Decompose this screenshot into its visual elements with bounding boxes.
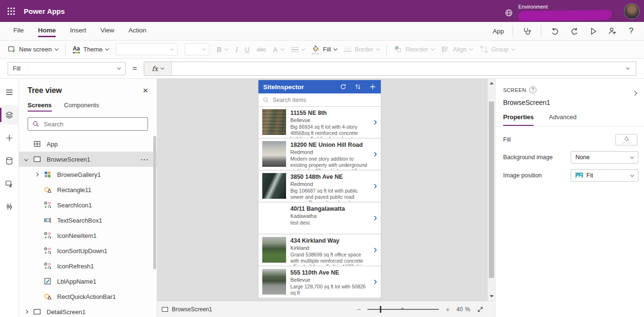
tree-item[interactable]: DetailScreen1 — [19, 304, 157, 317]
property-selector-dropdown[interactable]: Fill — [8, 62, 126, 75]
tree-item[interactable]: TextSearchBox1 — [19, 213, 157, 228]
phone-app-title[interactable]: SiteInspector — [263, 83, 304, 91]
item-chevron-icon[interactable]: › — [374, 116, 377, 127]
tree-search-input[interactable] — [43, 120, 143, 128]
tree-item-chevron[interactable] — [25, 158, 33, 161]
help-icon[interactable]: ? — [626, 26, 636, 36]
properties-tab[interactable]: Properties — [503, 113, 534, 126]
menu-item[interactable]: Action — [123, 23, 152, 39]
gallery-item[interactable]: 11155 NE 8th Bellevue Big 86934 sq ft lo… — [258, 107, 381, 138]
font-family-select[interactable] — [116, 43, 178, 55]
zoom-out-button[interactable]: − — [357, 305, 361, 313]
underline-button[interactable]: U — [245, 46, 249, 53]
fill-color-picker-button[interactable] — [615, 134, 637, 145]
redo-icon[interactable] — [569, 26, 579, 36]
tree-item-chevron[interactable] — [35, 280, 44, 283]
border-button[interactable]: Border — [344, 46, 379, 53]
tree-scrollbar-thumb[interactable] — [153, 136, 156, 269]
panel-collapse-chevron-icon[interactable] — [633, 88, 636, 97]
tree-item-chevron[interactable] — [35, 249, 44, 252]
item-options-ellipsis-icon[interactable]: ··· — [141, 156, 149, 163]
font-size-select[interactable] — [185, 43, 209, 55]
canvas-scrollbar[interactable] — [487, 79, 495, 301]
rail-tree-view-icon[interactable] — [0, 105, 19, 124]
share-icon[interactable] — [607, 26, 617, 36]
phone-screen-preview[interactable]: SiteInspector Search items — [258, 80, 381, 299]
tree-item-chevron[interactable] — [35, 219, 44, 222]
formula-input[interactable] — [172, 61, 203, 76]
rail-data-icon[interactable] — [0, 151, 19, 170]
background-image-dropdown[interactable]: None — [571, 151, 638, 164]
item-chevron-icon[interactable]: › — [374, 212, 377, 223]
environment-selector[interactable]: Environment — [504, 1, 612, 20]
tree-item[interactable]: IconRefresh1 — [19, 258, 157, 274]
phone-app-header[interactable]: SiteInspector — [258, 80, 381, 93]
preview-play-icon[interactable] — [588, 26, 598, 36]
menu-item[interactable]: File — [8, 23, 30, 39]
fill-button[interactable]: Fill — [312, 44, 337, 54]
scroll-down-icon[interactable] — [488, 293, 495, 300]
tree-item[interactable]: RectQuickActionBar1 — [19, 289, 157, 304]
reorder-button[interactable]: Reorder — [394, 45, 434, 53]
tree-item[interactable]: BrowseGallery1 — [19, 167, 157, 182]
app-checker-icon[interactable] — [522, 26, 532, 36]
align-button[interactable]: Align — [441, 45, 473, 53]
font-color-button[interactable]: A — [273, 45, 284, 53]
sort-icon[interactable] — [355, 83, 361, 90]
formula-bar-expand-icon[interactable] — [626, 66, 630, 70]
zoom-in-button[interactable]: + — [446, 305, 450, 313]
menu-item[interactable]: Insert — [64, 23, 92, 39]
theme-button[interactable]: Aa Theme — [73, 46, 109, 53]
current-screen-button[interactable]: BrowseScreen1 — [162, 306, 212, 313]
gallery-item[interactable]: 40/11 Bangalawatta Kadawatha test desc › — [258, 203, 381, 234]
tree-search-box[interactable] — [28, 117, 148, 131]
italic-button[interactable]: I — [235, 46, 238, 53]
tree-item[interactable]: IconSortUpDown1 — [19, 243, 157, 258]
zoom-slider[interactable]: + — [367, 309, 439, 310]
gallery-item[interactable]: 3850 148th Ave NE Redmond Big 106687 sq … — [258, 171, 381, 202]
close-icon[interactable]: × — [143, 86, 148, 95]
tree-item-chevron[interactable] — [35, 173, 44, 176]
app-scope-label[interactable]: App — [493, 28, 504, 35]
phone-search-box[interactable]: Search items — [258, 93, 381, 107]
refresh-icon[interactable] — [340, 83, 347, 90]
tree-item[interactable]: IconNewItem1 — [19, 228, 157, 243]
menu-item[interactable]: View — [95, 23, 120, 39]
tree-item-chevron[interactable] — [35, 188, 44, 191]
rail-advanced-tools-icon[interactable] — [0, 197, 19, 216]
item-chevron-icon[interactable]: › — [374, 276, 377, 286]
tree-item-chevron[interactable] — [25, 143, 33, 145]
tree-item[interactable]: Rectangle11 — [19, 182, 157, 197]
zoom-slider-handle[interactable] — [380, 306, 381, 313]
undo-icon[interactable] — [550, 26, 560, 36]
gallery-item[interactable]: 18200 NE Union Hill Road Redmond Modern … — [258, 139, 381, 170]
tree-item[interactable]: LblAppName1 — [19, 274, 157, 289]
menu-item[interactable]: Home — [32, 23, 62, 39]
rail-media-icon[interactable] — [0, 174, 19, 193]
item-chevron-icon[interactable]: › — [374, 244, 377, 255]
properties-tab[interactable]: Advanced — [549, 113, 576, 126]
canvas-scrollbar-thumb[interactable] — [489, 102, 494, 278]
item-chevron-icon[interactable]: › — [374, 180, 377, 191]
tree-item[interactable]: BrowseScreen1 ··· — [19, 152, 157, 167]
tree-view-tab[interactable]: Components — [64, 102, 99, 112]
new-item-plus-icon[interactable] — [369, 83, 376, 90]
fx-function-dropdown[interactable]: fx — [144, 62, 172, 75]
tree-view-tab[interactable]: Screens — [28, 102, 52, 112]
gallery-item[interactable]: 434 Kirkland Way Kirkland Grand 538699 s… — [258, 235, 381, 266]
tree-item[interactable]: SearchIcon1 — [19, 197, 157, 213]
new-screen-button[interactable]: New screen — [8, 45, 58, 53]
tree-item-chevron[interactable] — [35, 204, 44, 206]
tree-item-chevron[interactable] — [35, 295, 44, 298]
user-avatar[interactable] — [624, 3, 640, 19]
waffle-menu-icon[interactable] — [0, 0, 22, 22]
text-align-button[interactable] — [291, 47, 305, 52]
image-position-dropdown[interactable]: Fit — [571, 169, 638, 182]
tree-item[interactable]: App — [19, 136, 157, 152]
tree-item-chevron[interactable] — [35, 234, 44, 237]
tree-item-chevron[interactable] — [35, 265, 44, 267]
gallery-item[interactable]: 555 110th Ave NE Bellevue Large 128,700 … — [258, 266, 381, 297]
design-canvas[interactable]: SiteInspector Search items — [157, 79, 495, 301]
tree-item-chevron[interactable] — [25, 310, 33, 313]
scroll-up-icon[interactable] — [488, 80, 495, 87]
